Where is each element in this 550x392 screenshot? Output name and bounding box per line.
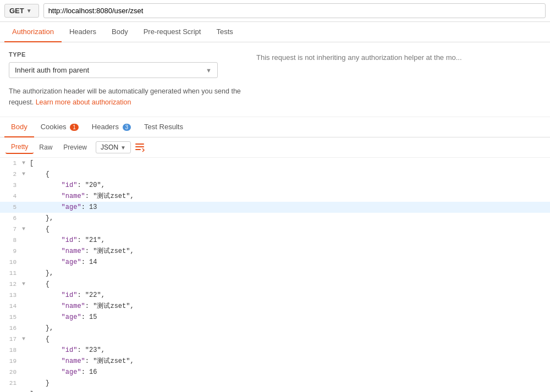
url-input[interactable] bbox=[43, 3, 546, 18]
resp-tab-body[interactable]: Body bbox=[4, 117, 34, 137]
table-row: 7▼ { bbox=[0, 224, 550, 235]
view-preview-button[interactable]: Preview bbox=[58, 141, 92, 153]
line-toggle[interactable]: ▼ bbox=[22, 279, 30, 289]
line-content: { bbox=[30, 279, 550, 289]
line-content: "name": "测试zset", bbox=[30, 191, 550, 201]
table-row: 6 }, bbox=[0, 213, 550, 224]
table-row: 10 "age": 14 bbox=[0, 257, 550, 268]
wrap-button[interactable] bbox=[135, 142, 145, 152]
line-toggle[interactable]: ▼ bbox=[22, 158, 30, 168]
auth-type-value: Inherit auth from parent bbox=[15, 66, 89, 74]
view-pretty-button[interactable]: Pretty bbox=[6, 141, 34, 154]
table-row: 12▼ { bbox=[0, 279, 550, 290]
request-tabs: Authorization Headers Body Pre-request S… bbox=[0, 22, 550, 42]
method-select[interactable]: GET ▼ bbox=[4, 4, 39, 18]
table-row: 4 "name": "测试zset", bbox=[0, 191, 550, 202]
table-row: 9 "name": "测试zset", bbox=[0, 246, 550, 257]
line-content: ] bbox=[30, 389, 550, 392]
auth-right-message: This request is not inheriting any autho… bbox=[245, 51, 541, 108]
auth-section: TYPE Inherit auth from parent ▼ The auth… bbox=[0, 42, 550, 117]
line-number: 9 bbox=[0, 246, 22, 256]
type-label: TYPE bbox=[9, 51, 245, 58]
svg-rect-2 bbox=[135, 149, 141, 150]
wrap-icon bbox=[135, 142, 145, 152]
table-row: 19 "name": "测试zset", bbox=[0, 356, 550, 367]
line-content: }, bbox=[30, 323, 550, 333]
line-content: "age": 14 bbox=[30, 257, 550, 267]
line-content: { bbox=[30, 169, 550, 179]
line-number: 1 bbox=[0, 158, 22, 168]
line-number: 2 bbox=[0, 169, 22, 179]
table-row: 1▼[ bbox=[0, 158, 550, 169]
method-arrow: ▼ bbox=[26, 8, 32, 14]
line-number: 22 bbox=[0, 389, 22, 392]
line-number: 13 bbox=[0, 290, 22, 300]
format-label: JSON bbox=[101, 143, 118, 151]
svg-rect-1 bbox=[135, 146, 144, 147]
table-row: 8 "id": "21", bbox=[0, 235, 550, 246]
line-number: 12 bbox=[0, 279, 22, 289]
line-content: "id": "21", bbox=[30, 235, 550, 245]
svg-rect-0 bbox=[135, 143, 144, 145]
line-toggle[interactable]: ▼ bbox=[22, 224, 30, 234]
top-bar: GET ▼ bbox=[0, 0, 550, 22]
line-content: "id": "22", bbox=[30, 290, 550, 300]
code-toolbar: Pretty Raw Preview JSON ▼ bbox=[0, 137, 550, 158]
line-content: "age": 15 bbox=[30, 312, 550, 322]
line-number: 16 bbox=[0, 323, 22, 333]
code-area: 1▼[2▼ {3 "id": "20",4 "name": "测试zset",5… bbox=[0, 158, 550, 392]
line-number: 4 bbox=[0, 191, 22, 201]
dropdown-arrow-icon: ▼ bbox=[206, 67, 212, 74]
line-number: 21 bbox=[0, 378, 22, 388]
tab-prerequest[interactable]: Pre-request Script bbox=[136, 22, 209, 42]
headers-badge: 3 bbox=[123, 124, 131, 131]
line-number: 14 bbox=[0, 301, 22, 311]
line-content: "id": "23", bbox=[30, 345, 550, 355]
app-container: GET ▼ Authorization Headers Body Pre-req… bbox=[0, 0, 550, 392]
line-content: } bbox=[30, 378, 550, 388]
line-toggle[interactable]: ▼ bbox=[22, 169, 30, 179]
line-content: [ bbox=[30, 158, 550, 168]
response-tabs: Body Cookies 1 Headers 3 Test Results bbox=[0, 117, 550, 137]
tab-body[interactable]: Body bbox=[104, 22, 136, 42]
tab-authorization[interactable]: Authorization bbox=[4, 22, 62, 42]
resp-tab-cookies[interactable]: Cookies 1 bbox=[34, 117, 85, 137]
tab-tests[interactable]: Tests bbox=[208, 22, 240, 42]
line-number: 20 bbox=[0, 367, 22, 377]
line-content: { bbox=[30, 334, 550, 344]
table-row: 3 "id": "20", bbox=[0, 180, 550, 191]
auth-left: TYPE Inherit auth from parent ▼ The auth… bbox=[9, 51, 245, 108]
format-select[interactable]: JSON ▼ bbox=[96, 141, 131, 153]
auth-description: The authorization header will be automat… bbox=[9, 86, 245, 108]
table-row: 13 "id": "22", bbox=[0, 290, 550, 301]
table-row: 22] bbox=[0, 389, 550, 392]
table-row: 18 "id": "23", bbox=[0, 345, 550, 356]
auth-learn-more-link[interactable]: Learn more about authorization bbox=[36, 98, 131, 106]
table-row: 20 "age": 16 bbox=[0, 367, 550, 378]
cookies-badge: 1 bbox=[70, 124, 79, 131]
line-content: "id": "20", bbox=[30, 180, 550, 190]
table-row: 21 } bbox=[0, 378, 550, 389]
auth-type-dropdown[interactable]: Inherit auth from parent ▼ bbox=[9, 62, 218, 78]
table-row: 14 "name": "测试zset", bbox=[0, 301, 550, 312]
line-number: 11 bbox=[0, 268, 22, 278]
tab-headers[interactable]: Headers bbox=[62, 22, 104, 42]
line-content: }, bbox=[30, 213, 550, 223]
line-number: 8 bbox=[0, 235, 22, 245]
line-number: 6 bbox=[0, 213, 22, 223]
line-toggle[interactable]: ▼ bbox=[22, 334, 30, 344]
table-row: 11 }, bbox=[0, 268, 550, 279]
line-number: 15 bbox=[0, 312, 22, 322]
resp-tab-headers[interactable]: Headers 3 bbox=[85, 117, 138, 137]
line-number: 19 bbox=[0, 356, 22, 366]
view-raw-button[interactable]: Raw bbox=[34, 141, 58, 153]
table-row: 2▼ { bbox=[0, 169, 550, 180]
table-row: 16 }, bbox=[0, 323, 550, 334]
resp-tab-testresults[interactable]: Test Results bbox=[138, 117, 190, 137]
line-number: 7 bbox=[0, 224, 22, 234]
line-number: 5 bbox=[0, 202, 22, 212]
table-row: 15 "age": 15 bbox=[0, 312, 550, 323]
line-content: "age": 16 bbox=[30, 367, 550, 377]
line-content: "name": "测试zset", bbox=[30, 301, 550, 311]
line-content: "name": "测试zset", bbox=[30, 356, 550, 366]
